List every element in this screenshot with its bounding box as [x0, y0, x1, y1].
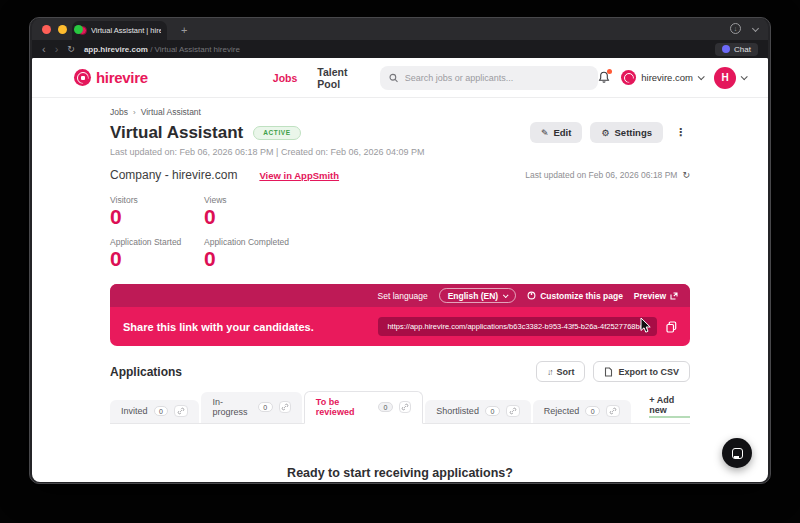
- search-icon: [389, 73, 398, 83]
- url-text[interactable]: app.hirevire.com / Virtual Assistant hir…: [84, 45, 240, 54]
- document-icon: [604, 367, 613, 377]
- tab-label: Rejected: [544, 406, 580, 416]
- page-content: hirevire Jobs Talent Pool: [32, 58, 768, 482]
- refresh-icon[interactable]: ↻: [682, 170, 690, 180]
- tab-invited[interactable]: Invited 0: [110, 400, 199, 423]
- tab-to-be-reviewed[interactable]: To be reviewed 0: [304, 391, 424, 424]
- tab-count-badge: 0: [154, 406, 169, 416]
- link-icon[interactable]: [174, 405, 188, 417]
- banner-toolbar: Set language English (EN) Customize this…: [110, 284, 690, 307]
- downloads-icon[interactable]: ↓: [730, 23, 741, 34]
- chevron-down-icon[interactable]: [752, 25, 759, 32]
- forward-icon[interactable]: ›: [55, 44, 59, 55]
- tab-label: Shortlisted: [436, 406, 479, 416]
- applications-actions: ↓↑ Sort Export to CSV: [536, 361, 690, 382]
- settings-button[interactable]: ⚙ Settings: [590, 122, 663, 143]
- overflow-menu-icon[interactable]: ⋮: [671, 126, 690, 139]
- chat-extension-icon: [722, 45, 730, 53]
- chevron-down-icon: [698, 73, 705, 80]
- link-icon[interactable]: [279, 401, 291, 413]
- tab-label: To be reviewed: [316, 397, 372, 417]
- sort-icon: ↓↑: [547, 367, 552, 377]
- stats-grid: Visitors 0 Views 0 Application Started 0…: [110, 195, 370, 271]
- mouse-cursor: [640, 317, 652, 335]
- notifications-button[interactable]: [598, 71, 610, 84]
- stat-value: 0: [204, 247, 370, 271]
- global-search[interactable]: [380, 66, 598, 90]
- breadcrumb-current: Virtual Assistant: [141, 107, 201, 117]
- tab-label: In-progress: [212, 397, 251, 417]
- account-menu[interactable]: hirevire.com: [621, 70, 703, 85]
- search-input[interactable]: [405, 73, 590, 83]
- notification-badge: [607, 69, 612, 74]
- external-link-icon: [670, 292, 678, 300]
- url-domain: app.hirevire.com: [84, 45, 148, 54]
- applications-heading: Applications: [110, 365, 182, 379]
- tabbar-controls: ↓: [730, 23, 758, 34]
- stat-value: 0: [204, 205, 370, 229]
- link-icon[interactable]: [506, 405, 520, 417]
- customize-page-button[interactable]: Customize this page: [527, 291, 623, 301]
- add-new-tab-button[interactable]: + Add new: [649, 395, 690, 418]
- brand-name: hirevire: [96, 69, 148, 86]
- stat-visitors: Visitors 0: [110, 195, 204, 229]
- account-logo-icon: [621, 70, 636, 85]
- application-link-box[interactable]: https://app.hirevire.com/applications/b6…: [378, 317, 657, 336]
- reload-icon[interactable]: ↻: [67, 44, 75, 54]
- tab-shortlisted[interactable]: Shortlisted 0: [425, 400, 530, 423]
- chat-extension-label: Chat: [734, 45, 751, 54]
- copy-icon: [666, 321, 677, 333]
- link-icon[interactable]: [399, 401, 411, 413]
- application-tabs: Invited 0 In-progress 0 To be reviewed 0: [110, 391, 690, 424]
- screenshot-stage: Virtual Assistant | hirev + ↓ ‹ › ↻ app.…: [0, 0, 800, 523]
- back-icon[interactable]: ‹: [42, 44, 46, 55]
- nav-item-talent-pool[interactable]: Talent Pool: [317, 66, 366, 90]
- customize-label: Customize this page: [540, 291, 623, 301]
- export-csv-button[interactable]: Export to CSV: [593, 361, 690, 382]
- tab-count-badge: 0: [585, 406, 600, 416]
- browser-tab[interactable]: Virtual Assistant | hirev: [72, 21, 167, 40]
- minimize-window-button[interactable]: [58, 25, 67, 34]
- stat-label: Views: [204, 195, 370, 205]
- stat-label: Application Started: [110, 237, 204, 247]
- user-menu[interactable]: H: [714, 67, 746, 89]
- preview-button[interactable]: Preview: [634, 291, 678, 301]
- title-actions: ✎ Edit ⚙ Settings ⋮: [530, 122, 690, 143]
- url-path: / Virtual Assistant hirevire: [150, 45, 240, 54]
- banner-main: Share this link with your candidates. ht…: [110, 307, 690, 346]
- view-in-appsmith-link[interactable]: View in AppSmith: [259, 170, 339, 181]
- edit-button-label: Edit: [553, 127, 571, 138]
- nav-item-jobs[interactable]: Jobs: [273, 72, 298, 84]
- sort-button[interactable]: ↓↑ Sort: [536, 361, 586, 382]
- stat-value: 0: [110, 205, 204, 229]
- browser-tab-bar: Virtual Assistant | hirev + ↓: [32, 18, 768, 40]
- traffic-lights: [42, 25, 83, 34]
- stats-last-updated-text: Last updated on Feb 06, 2026 06:18 PM: [525, 170, 677, 180]
- status-badge: ACTIVE: [253, 126, 300, 140]
- tab-in-progress[interactable]: In-progress 0: [201, 392, 301, 423]
- close-window-button[interactable]: [42, 25, 51, 34]
- tab-count-badge: 0: [485, 406, 500, 416]
- app-header: hirevire Jobs Talent Pool: [32, 58, 768, 98]
- brand-logo[interactable]: hirevire: [74, 69, 148, 86]
- header-right: hirevire.com H: [598, 67, 746, 89]
- tab-rejected[interactable]: Rejected 0: [533, 400, 631, 423]
- help-widget-button[interactable]: [722, 438, 752, 468]
- share-text: Share this link with your candidates.: [123, 321, 314, 333]
- new-tab-button[interactable]: +: [181, 24, 187, 36]
- browser-window: Virtual Assistant | hirev + ↓ ‹ › ↻ app.…: [29, 17, 771, 484]
- chat-extension-button[interactable]: Chat: [715, 43, 758, 56]
- job-meta: Last updated on: Feb 06, 2026 06:18 PM |…: [110, 147, 690, 157]
- stat-views: Views 0: [204, 195, 370, 229]
- breadcrumb-separator: ›: [133, 108, 136, 117]
- gear-icon: ⚙: [601, 128, 609, 138]
- set-language-label: Set language: [378, 291, 428, 301]
- zoom-window-button[interactable]: [74, 25, 83, 34]
- link-icon[interactable]: [606, 405, 620, 417]
- copy-link-button[interactable]: [666, 321, 677, 333]
- edit-button[interactable]: ✎ Edit: [530, 122, 583, 143]
- breadcrumb-jobs[interactable]: Jobs: [110, 107, 128, 117]
- edit-icon: ✎: [541, 128, 549, 138]
- language-select[interactable]: English (EN): [439, 288, 517, 303]
- export-csv-label: Export to CSV: [618, 367, 679, 377]
